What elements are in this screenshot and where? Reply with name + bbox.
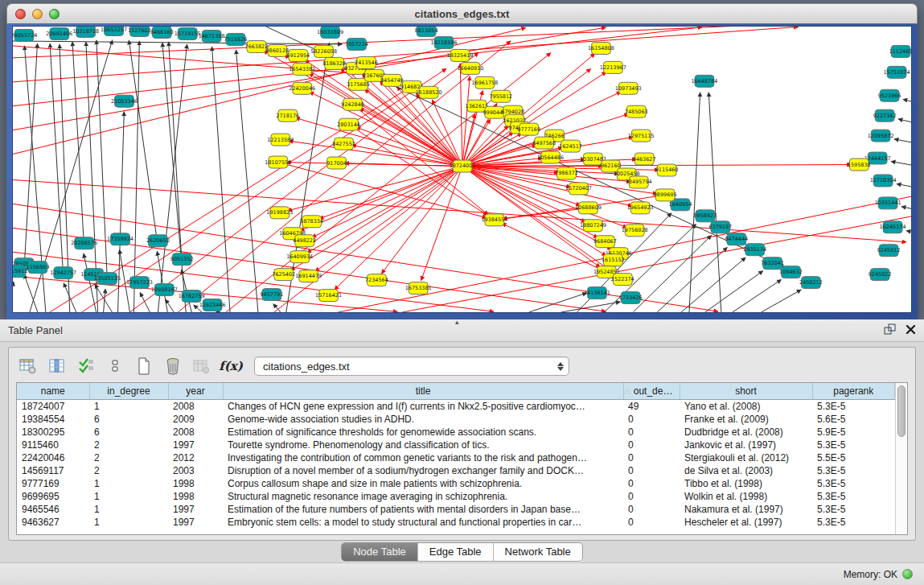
network-node[interactable]: 15188520: [416, 86, 442, 98]
table-row[interactable]: 969969511998Structural magnetic resonanc…: [17, 490, 895, 503]
table-row[interactable]: 2242004622012Investigating the contribut…: [17, 451, 895, 464]
table-row[interactable]: 1938455462009Genome-wide association stu…: [17, 413, 895, 426]
network-node[interactable]: 7986372: [555, 167, 578, 179]
network-node[interactable]: 7234564: [365, 274, 388, 286]
network-node[interactable]: 2718176: [276, 109, 299, 122]
zoom-window-button[interactable]: [49, 9, 60, 19]
network-node[interactable]: 10688609: [575, 202, 602, 214]
network-node[interactable]: 14136141: [584, 287, 610, 299]
network-node[interactable]: 15716421: [315, 290, 342, 302]
network-node[interactable]: 917004: [326, 157, 347, 169]
network-node[interactable]: 10719155: [175, 27, 201, 39]
network-node[interactable]: 4498222: [293, 235, 316, 247]
network-node[interactable]: 16543382: [289, 63, 315, 75]
network-node[interactable]: 9899695: [654, 189, 677, 201]
network-node[interactable]: 19198823: [266, 207, 293, 219]
network-node[interactable]: 7632041: [761, 257, 784, 270]
close-panel-icon[interactable]: [906, 323, 916, 338]
network-node[interactable]: 16914479: [295, 270, 322, 282]
network-node[interactable]: 18107554: [265, 156, 291, 168]
network-node[interactable]: 7625402: [272, 269, 295, 281]
network-node[interactable]: 9457791: [260, 289, 283, 301]
table-row[interactable]: 946554611997Estimation of the future num…: [17, 503, 895, 516]
table-panel-titlebar[interactable]: ▴ Table Panel: [0, 319, 924, 342]
network-node[interactable]: 9245012: [877, 245, 901, 257]
column-header-title[interactable]: title: [223, 383, 623, 399]
network-node[interactable]: 17359924: [107, 233, 133, 245]
network-node[interactable]: 8813054: [415, 27, 438, 36]
network-node[interactable]: 9523966: [878, 89, 901, 101]
network-node[interactable]: 12942757: [50, 267, 76, 279]
tab-edge-table[interactable]: Edge Table: [418, 543, 494, 561]
network-node[interactable]: 24055724: [13, 29, 37, 41]
network-node[interactable]: 18325419: [447, 49, 474, 61]
network-node[interactable]: 19756928: [622, 225, 648, 237]
network-node[interactable]: 2522374: [611, 274, 634, 286]
network-node[interactable]: 13505135: [94, 273, 121, 285]
network-node[interactable]: 7485063: [625, 105, 648, 117]
network-node[interactable]: 12213967: [600, 61, 626, 73]
network-node[interactable]: 5912954: [286, 49, 310, 61]
network-node[interactable]: 16245174: [880, 221, 906, 233]
tab-network-table[interactable]: Network Table: [494, 543, 582, 561]
network-node[interactable]: 9051352: [170, 253, 194, 266]
tab-node-table[interactable]: Node Table: [342, 543, 418, 561]
network-node[interactable]: 6497568: [532, 137, 556, 149]
close-window-button[interactable]: [15, 9, 26, 19]
float-panel-icon[interactable]: [884, 323, 896, 339]
table-row[interactable]: 977716911998Corpus callosum shape and si…: [17, 477, 895, 490]
network-node[interactable]: 2450212: [799, 277, 823, 289]
table-settings-icon[interactable]: [18, 356, 39, 377]
network-node[interactable]: 18495794: [626, 176, 652, 188]
network-node[interactable]: 19384554: [481, 214, 507, 226]
network-node[interactable]: 8466160: [150, 27, 174, 38]
network-node[interactable]: 1527602: [128, 27, 151, 36]
network-node[interactable]: 1094632: [779, 266, 803, 278]
network-node[interactable]: 18807249: [580, 220, 606, 232]
network-node[interactable]: 2620650: [146, 235, 170, 247]
network-node[interactable]: 9860128: [265, 44, 289, 56]
network-node[interactable]: 7857224: [345, 38, 368, 50]
column-header-pagerank[interactable]: pagerank: [812, 383, 895, 399]
network-node[interactable]: 9242848: [341, 98, 364, 110]
table-row[interactable]: 1830029562008Estimation of significance …: [17, 426, 895, 439]
network-node[interactable]: 7955812: [489, 90, 512, 102]
network-node[interactable]: 16640910: [458, 62, 484, 74]
network-node[interactable]: 12213589: [267, 134, 294, 146]
network-node[interactable]: 9227342: [873, 109, 897, 122]
network-node[interactable]: 1112465: [889, 45, 911, 57]
network-node[interactable]: 17957223: [126, 277, 153, 289]
network-node[interactable]: 8958923: [694, 210, 717, 222]
table-row[interactable]: 911546021997Tourette syndrome. Phenomeno…: [17, 439, 895, 451]
minimize-window-button[interactable]: [32, 9, 43, 19]
network-node[interactable]: 7515526: [224, 33, 248, 45]
network-node[interactable]: 16753381: [405, 282, 432, 295]
network-node[interactable]: 16961758: [471, 76, 498, 89]
network-node[interactable]: 16154808: [588, 42, 614, 54]
network-node[interactable]: 12923446: [199, 299, 226, 311]
network-node[interactable]: 22420046: [289, 82, 315, 94]
network-node[interactable]: 12710354: [870, 175, 897, 187]
column-header-out_de[interactable]: △out_de…: [623, 383, 680, 399]
network-node[interactable]: 58226058: [310, 45, 337, 57]
create-column-icon[interactable]: [133, 356, 154, 377]
network-node[interactable]: 2413546: [355, 56, 378, 68]
network-node[interactable]: 2935134: [743, 244, 766, 256]
select-columns-icon[interactable]: [76, 356, 97, 377]
network-node[interactable]: 18724007: [450, 160, 476, 172]
network-node[interactable]: 12095872: [868, 130, 894, 142]
network-node[interactable]: 16409934: [286, 251, 313, 263]
network-node[interactable]: 12975115: [628, 130, 655, 142]
network-node[interactable]: 16782759: [179, 290, 205, 303]
column-header-name[interactable]: name: [17, 383, 89, 399]
network-node[interactable]: 10351441: [875, 197, 901, 209]
network-node[interactable]: 6379197: [708, 221, 732, 233]
network-canvas[interactable]: 2405572420691406102187181065325715276028…: [12, 26, 912, 313]
table-scrollbar-thumb[interactable]: [897, 385, 906, 437]
table-row[interactable]: 1872400712008Changes of HCN gene express…: [17, 399, 895, 413]
show-columns-icon[interactable]: [47, 356, 68, 377]
function-builder-icon[interactable]: f(x): [220, 356, 241, 377]
network-node[interactable]: 20564486: [537, 151, 564, 163]
network-node[interactable]: 10958167: [151, 284, 178, 296]
network-node[interactable]: 21053346: [111, 95, 138, 107]
